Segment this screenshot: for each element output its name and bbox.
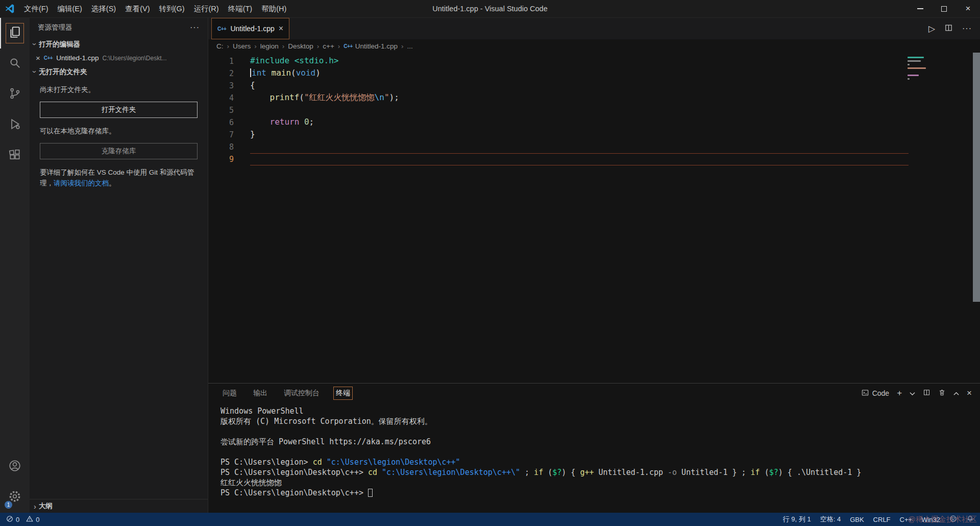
open-editor-item[interactable]: × C++ Untitled-1.cpp C:\Users\legion\Des…: [30, 51, 208, 65]
status-item[interactable]: CRLF: [873, 516, 891, 523]
clone-repo-button[interactable]: 克隆存储库: [40, 143, 198, 159]
close-panel-button[interactable]: ×: [967, 388, 972, 398]
maximize-button[interactable]: [932, 0, 956, 17]
editor-scrollbar[interactable]: [973, 53, 980, 302]
panel-tab[interactable]: 输出: [251, 387, 270, 399]
menu-item[interactable]: 转到(G): [155, 0, 189, 17]
breadcrumb-item[interactable]: C:: [216, 42, 224, 50]
breadcrumb-item[interactable]: legion: [260, 42, 279, 50]
breadcrumb-item[interactable]: C++Untitled-1.cpp: [344, 42, 398, 50]
minimize-button[interactable]: [908, 0, 932, 17]
code-line[interactable]: 6 return 0;: [208, 116, 980, 129]
activity-bar: 1: [0, 18, 30, 513]
panel-tab[interactable]: 终端: [334, 387, 352, 399]
no-folder-section-header[interactable]: › 无打开的文件夹: [30, 65, 208, 79]
line-number[interactable]: 9: [208, 153, 234, 165]
line-number[interactable]: 7: [208, 129, 234, 141]
code-line-content[interactable]: [250, 104, 909, 116]
code-line[interactable]: 5: [208, 104, 980, 116]
notifications-bell-icon[interactable]: [966, 515, 974, 524]
activity-explorer-button[interactable]: [0, 18, 30, 49]
close-editor-icon[interactable]: ×: [36, 54, 40, 62]
tab-untitled-1-cpp[interactable]: C++ Untitled-1.cpp ×: [211, 18, 289, 39]
split-editor-button[interactable]: [944, 23, 953, 34]
split-terminal-button[interactable]: [923, 389, 930, 398]
code-line[interactable]: 9: [208, 153, 980, 165]
menu-item[interactable]: 帮助(H): [257, 0, 291, 17]
line-number[interactable]: 5: [208, 104, 234, 116]
panel-tab[interactable]: 问题: [220, 387, 239, 399]
panel-tab[interactable]: 调试控制台: [282, 387, 322, 399]
status-item[interactable]: C++: [900, 516, 913, 523]
code-line-content[interactable]: #include <stdio.h>: [250, 55, 909, 67]
code-line-content[interactable]: return 0;: [250, 116, 909, 129]
explorer-sidebar: 资源管理器 ··· › 打开的编辑器 × C++ Untitled-1.cpp …: [30, 18, 208, 513]
code-line-content[interactable]: printf("红红火火恍恍惚惚\n");: [250, 92, 909, 104]
menu-item[interactable]: 选择(S): [87, 0, 120, 17]
maximize-panel-button[interactable]: [953, 389, 959, 397]
line-number[interactable]: 2: [208, 67, 234, 80]
line-number[interactable]: 8: [208, 141, 234, 153]
code-line[interactable]: 7}: [208, 129, 980, 141]
code-line[interactable]: 1#include <stdio.h>: [208, 55, 980, 67]
code-editor[interactable]: 1#include <stdio.h>2int main(void)3{4 pr…: [208, 53, 980, 383]
line-number[interactable]: 1: [208, 55, 234, 67]
problems-status-button[interactable]: 0 0: [6, 515, 43, 524]
activity-settings-button[interactable]: 1: [0, 482, 30, 513]
more-actions-icon[interactable]: ···: [190, 23, 200, 32]
breadcrumb-item[interactable]: ...: [407, 42, 413, 50]
open-editors-section-header[interactable]: › 打开的编辑器: [30, 37, 208, 51]
menu-item[interactable]: 查看(V): [120, 0, 154, 17]
code-token: [250, 117, 270, 127]
menu-item[interactable]: 终端(T): [224, 0, 257, 17]
breadcrumb-item[interactable]: c++: [323, 42, 334, 50]
open-folder-button[interactable]: 打开文件夹: [40, 102, 198, 118]
activity-extensions-button[interactable]: [0, 140, 30, 171]
code-line-content[interactable]: {: [250, 80, 909, 92]
terminal-cursor: [368, 489, 373, 497]
outline-section-header[interactable]: › 大纲: [30, 499, 208, 513]
terminal-token: (: [543, 468, 552, 477]
line-number[interactable]: 6: [208, 116, 234, 129]
line-number[interactable]: 4: [208, 92, 234, 104]
code-line[interactable]: 3{: [208, 80, 980, 92]
terminal-token: Untitled-1.cpp: [594, 468, 668, 477]
code-line-content[interactable]: [250, 153, 909, 165]
status-item[interactable]: Win32: [921, 516, 940, 523]
code-token: [250, 92, 270, 102]
activity-account-button[interactable]: [0, 451, 30, 482]
breadcrumb-item[interactable]: Users: [233, 42, 251, 50]
code-line-content[interactable]: int main(void): [250, 67, 909, 80]
code-line[interactable]: 8: [208, 141, 980, 153]
status-item[interactable]: 空格: 4: [820, 515, 841, 524]
menu-item[interactable]: 编辑(E): [53, 0, 87, 17]
more-actions-icon[interactable]: ···: [962, 24, 972, 33]
minimize-icon: [917, 8, 923, 9]
terminal[interactable]: Windows PowerShell版权所有 (C) Microsoft Cor…: [208, 403, 980, 513]
code-line[interactable]: 4 printf("红红火火恍恍惚惚\n");: [208, 92, 980, 104]
line-number[interactable]: 3: [208, 80, 234, 92]
code-line[interactable]: 2int main(void): [208, 67, 980, 80]
kill-terminal-trash-icon[interactable]: [938, 389, 946, 398]
breadcrumb-item[interactable]: Desktop: [288, 42, 313, 50]
status-item[interactable]: GBK: [850, 516, 864, 523]
run-file-button[interactable]: ▷: [928, 23, 935, 34]
activity-search-button[interactable]: [0, 49, 30, 79]
shell-picker[interactable]: Code: [861, 389, 889, 398]
close-window-button[interactable]: ×: [956, 0, 980, 17]
tab-label: Untitled-1.cpp: [230, 25, 274, 33]
new-terminal-button[interactable]: +: [897, 388, 902, 398]
minimap[interactable]: [908, 57, 931, 82]
menu-item[interactable]: 运行(R): [189, 0, 223, 17]
read-docs-link[interactable]: 请阅读我们的文档: [54, 179, 109, 187]
status-item[interactable]: 行 9, 列 1: [783, 515, 811, 524]
activity-run-debug-button[interactable]: [0, 110, 30, 140]
close-tab-icon[interactable]: ×: [279, 24, 283, 33]
maximize-icon: [941, 6, 947, 12]
code-line-content[interactable]: [250, 141, 909, 153]
activity-source-control-button[interactable]: [0, 79, 30, 110]
menu-item[interactable]: 文件(F): [19, 0, 53, 17]
code-line-content[interactable]: }: [250, 129, 909, 141]
feedback-smiley-icon[interactable]: [949, 515, 957, 524]
terminal-dropdown-button[interactable]: [910, 389, 915, 397]
